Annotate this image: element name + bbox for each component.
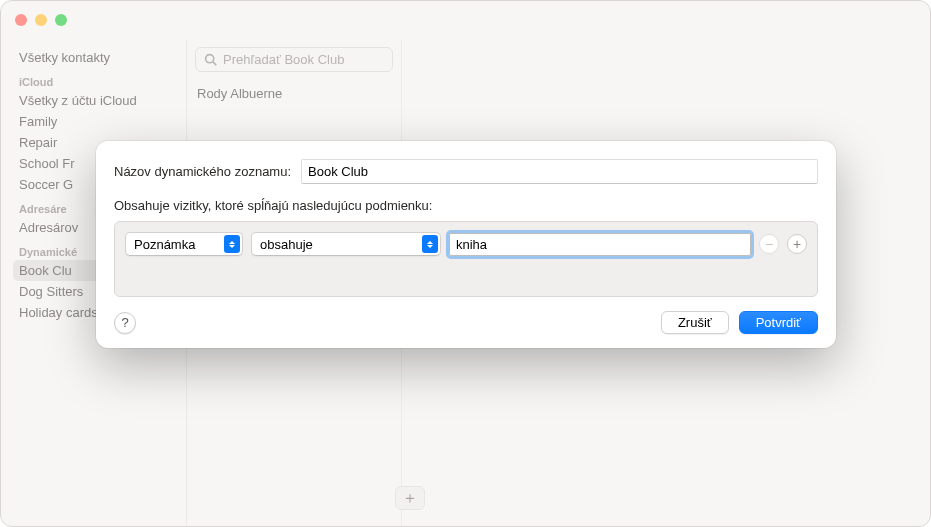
help-button[interactable]: ?	[114, 312, 136, 334]
smart-list-sheet: Názov dynamického zoznamu: Obsahuje vizi…	[96, 141, 836, 348]
popup-arrows-icon	[224, 235, 240, 253]
ok-button[interactable]: Potvrdiť	[739, 311, 818, 334]
rule-field-value: Poznámka	[134, 237, 195, 252]
condition-label: Obsahuje vizitky, ktoré spĺňajú nasleduj…	[114, 198, 818, 213]
plus-icon: +	[793, 237, 801, 251]
rules-container: Poznámka obsahuje − +	[114, 221, 818, 297]
rule-operator-popup[interactable]: obsahuje	[251, 232, 441, 256]
rule-field-popup[interactable]: Poznámka	[125, 232, 243, 256]
rule-row: Poznámka obsahuje − +	[125, 232, 807, 256]
remove-rule-button[interactable]: −	[759, 234, 779, 254]
add-rule-button[interactable]: +	[787, 234, 807, 254]
rule-value-input[interactable]	[449, 233, 751, 256]
popup-arrows-icon	[422, 235, 438, 253]
smart-list-name-input[interactable]	[301, 159, 818, 184]
contacts-window: Všetky kontakty iCloud Všetky z účtu iCl…	[0, 0, 931, 527]
rule-operator-value: obsahuje	[260, 237, 313, 252]
minus-icon: −	[765, 237, 773, 251]
name-label: Názov dynamického zoznamu:	[114, 164, 291, 179]
cancel-button[interactable]: Zrušiť	[661, 311, 729, 334]
